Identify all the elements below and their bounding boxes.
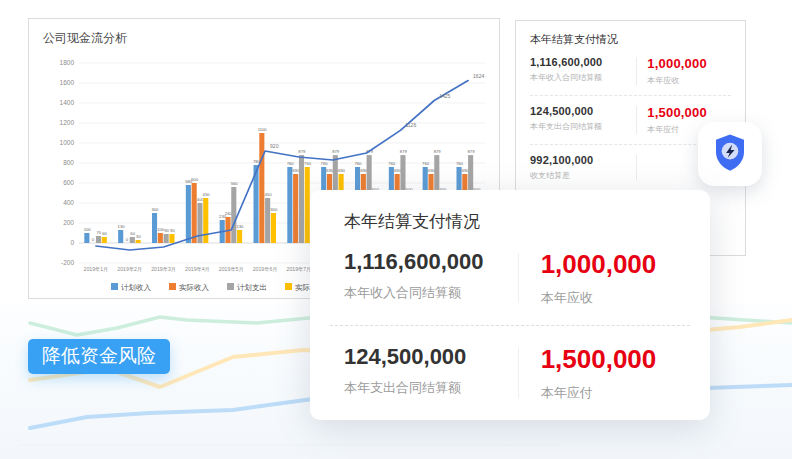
- svg-text:130: 130: [236, 224, 244, 229]
- svg-text:2019年3月: 2019年3月: [151, 266, 176, 273]
- svg-text:760: 760: [354, 161, 362, 166]
- expense-settled-value: 124,500,000: [530, 105, 626, 117]
- svg-text:1126: 1126: [405, 122, 416, 128]
- svg-text:2019年1月: 2019年1月: [84, 266, 109, 273]
- popup-expense-settled: 124,500,000 本年支出合同结算额: [344, 344, 496, 397]
- svg-text:879: 879: [467, 149, 475, 154]
- svg-text:2019年2月: 2019年2月: [117, 266, 142, 273]
- svg-text:1400: 1400: [60, 99, 75, 106]
- popup-payable: 1,500,000 本年应付: [541, 344, 676, 402]
- popup-receivable-value: 1,000,000: [541, 249, 676, 280]
- svg-text:450: 450: [264, 192, 272, 197]
- popup-title: 本年结算支付情况: [344, 210, 676, 233]
- balance-label: 收支结算差: [530, 170, 626, 181]
- receivable-label: 本年应收: [647, 75, 731, 86]
- svg-text:实际收入: 实际收入: [179, 283, 210, 292]
- svg-text:90: 90: [170, 228, 175, 233]
- svg-text:60: 60: [130, 231, 135, 236]
- svg-text:30: 30: [136, 234, 141, 239]
- svg-text:1000: 1000: [60, 139, 75, 146]
- svg-text:90: 90: [164, 228, 169, 233]
- summary-receivable: 1,000,000 本年应收: [647, 56, 731, 86]
- income-settled-value: 1,116,600,000: [530, 56, 626, 68]
- popup-payable-value: 1,500,000: [541, 344, 676, 375]
- vertical-divider: [636, 155, 637, 180]
- popup-row-expense: 124,500,000 本年支出合同结算额 1,500,000 本年应付: [344, 344, 676, 402]
- svg-text:560: 560: [231, 181, 239, 186]
- summary-expense-settled: 124,500,000 本年支出合同结算额: [530, 105, 626, 132]
- popup-income-settled-label: 本年收入合同结算额: [344, 284, 496, 302]
- svg-text:760: 760: [304, 161, 312, 166]
- svg-text:1800: 1800: [60, 59, 75, 66]
- settlement-popup-card: 本年结算支付情况 1,116,600,000 本年收入合同结算额 1,000,0…: [310, 190, 710, 420]
- dashed-divider: [330, 325, 690, 326]
- income-settled-label: 本年收入合同结算额: [530, 72, 626, 83]
- svg-text:760: 760: [287, 161, 295, 166]
- svg-text:1425: 1425: [439, 93, 450, 99]
- svg-text:1624: 1624: [473, 73, 484, 79]
- vertical-divider: [518, 348, 519, 398]
- popup-payable-label: 本年应付: [541, 384, 676, 402]
- svg-text:879: 879: [332, 149, 340, 154]
- svg-text:1100: 1100: [258, 127, 268, 132]
- balance-value: 992,100,000: [530, 154, 626, 166]
- svg-text:400: 400: [63, 199, 74, 206]
- dashboard-page: 公司现金流分析 -2000200400600800100012001400160…: [0, 0, 792, 459]
- popup-row-income: 1,116,600,000 本年收入合同结算额 1,000,000 本年应收: [344, 249, 676, 307]
- svg-text:60: 60: [102, 231, 107, 236]
- svg-text:2019年4月: 2019年4月: [185, 266, 210, 273]
- svg-text:200: 200: [63, 219, 74, 226]
- receivable-value: 1,000,000: [647, 56, 731, 71]
- svg-text:计划收入: 计划收入: [121, 283, 152, 292]
- svg-text:70: 70: [96, 230, 101, 235]
- vertical-divider: [636, 106, 637, 134]
- svg-text:0: 0: [92, 237, 95, 242]
- svg-text:1600: 1600: [60, 79, 75, 86]
- summary-row-income: 1,116,600,000 本年收入合同结算额 1,000,000 本年应收: [530, 56, 731, 86]
- svg-text:130: 130: [118, 224, 126, 229]
- svg-text:0: 0: [70, 239, 74, 246]
- summary-panel-title: 本年结算支付情况: [530, 32, 731, 47]
- svg-text:600: 600: [63, 179, 74, 186]
- security-shield-card: [698, 122, 762, 186]
- svg-text:2019年5月: 2019年5月: [219, 266, 244, 273]
- dashed-divider: [530, 95, 731, 96]
- svg-text:800: 800: [63, 159, 74, 166]
- popup-receivable: 1,000,000 本年应收: [541, 249, 676, 307]
- expense-settled-label: 本年支出合同结算额: [530, 121, 626, 132]
- reduce-risk-badge[interactable]: 降低资金风险: [28, 339, 170, 374]
- svg-text:879: 879: [400, 149, 408, 154]
- svg-text:760: 760: [422, 161, 430, 166]
- svg-text:300: 300: [151, 207, 159, 212]
- popup-receivable-label: 本年应收: [541, 289, 676, 307]
- vertical-divider: [636, 57, 637, 85]
- svg-text:760: 760: [388, 161, 396, 166]
- svg-text:-200: -200: [61, 259, 74, 266]
- svg-text:1200: 1200: [60, 119, 75, 126]
- svg-text:920: 920: [270, 143, 279, 149]
- summary-income-settled: 1,116,600,000 本年收入合同结算额: [530, 56, 626, 83]
- svg-text:879: 879: [298, 149, 306, 154]
- summary-balance: 992,100,000 收支结算差: [530, 154, 626, 181]
- svg-text:0: 0: [126, 237, 129, 242]
- svg-text:2019年7月: 2019年7月: [287, 266, 312, 273]
- svg-text:2019年6月: 2019年6月: [253, 266, 278, 273]
- vertical-divider: [518, 253, 519, 303]
- svg-text:600: 600: [191, 177, 199, 182]
- cashflow-card-title: 公司现金流分析: [43, 30, 127, 47]
- popup-income-settled: 1,116,600,000 本年收入合同结算额: [344, 249, 496, 302]
- popup-income-settled-value: 1,116,600,000: [344, 249, 496, 275]
- svg-text:760: 760: [456, 161, 464, 166]
- shield-lightning-icon: [709, 131, 751, 177]
- svg-text:300: 300: [270, 207, 278, 212]
- svg-text:100: 100: [84, 227, 92, 232]
- svg-text:450: 450: [203, 192, 211, 197]
- payable-value: 1,500,000: [647, 105, 731, 120]
- popup-expense-settled-value: 124,500,000: [344, 344, 496, 370]
- svg-text:760: 760: [321, 161, 329, 166]
- svg-text:879: 879: [434, 149, 442, 154]
- popup-expense-settled-label: 本年支出合同结算额: [344, 379, 496, 397]
- svg-text:690: 690: [338, 168, 346, 173]
- svg-text:计划支出: 计划支出: [237, 283, 267, 292]
